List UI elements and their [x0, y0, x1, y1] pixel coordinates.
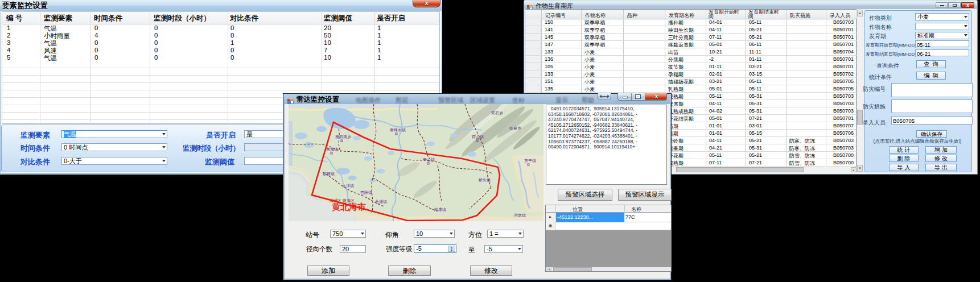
- svg-text:平山镇: 平山镇: [423, 157, 435, 162]
- svg-text:莱海镇: 莱海镇: [326, 147, 338, 152]
- svg-text:安石乡: 安石乡: [491, 111, 503, 115]
- svg-text:黄北海市: 黄北海市: [332, 202, 366, 212]
- svg-text:临泉乡: 临泉乡: [509, 126, 521, 131]
- svg-text:大洋镇: 大洋镇: [342, 184, 354, 188]
- svg-text:星石湖乡: 星石湖乡: [335, 135, 351, 139]
- svg-text:荷山镇: 荷山镇: [472, 135, 484, 139]
- svg-text:东平镇: 东平镇: [524, 159, 536, 163]
- svg-text:营盘镇: 营盘镇: [514, 213, 526, 218]
- svg-text:南康镇: 南康镇: [434, 207, 446, 212]
- svg-text:那丽镇: 那丽镇: [323, 172, 335, 176]
- svg-text:西联镇: 西联镇: [360, 190, 372, 195]
- svg-text:青峰水镇: 青峰水镇: [390, 128, 406, 132]
- svg-text:桥头镇: 桥头镇: [478, 178, 491, 183]
- svg-text:合浦镇: 合浦镇: [375, 200, 387, 204]
